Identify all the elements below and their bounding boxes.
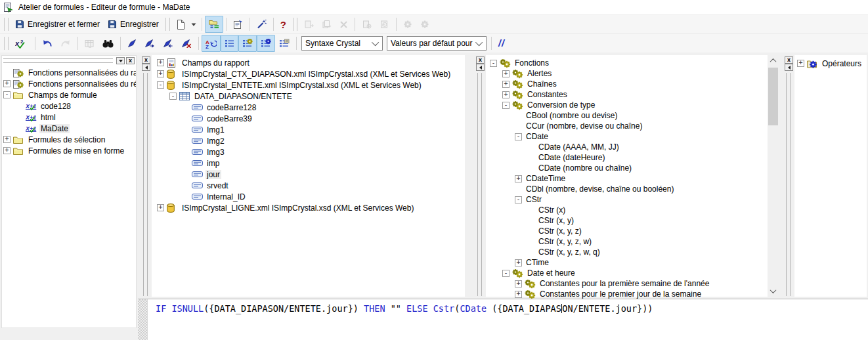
collapse-minus-toggle[interactable]: - xyxy=(157,81,164,89)
tree-item[interactable]: CStr (x, y, z, w) xyxy=(488,236,768,247)
tree-item[interactable]: CDate (dateHeure) xyxy=(488,152,768,163)
tree-item[interactable]: X+1code128 xyxy=(2,100,136,112)
expand-plus-toggle[interactable]: + xyxy=(502,70,510,77)
tree-item[interactable]: -Conversion de type xyxy=(488,100,768,110)
tree-item[interactable]: Fonctions personnalisées du rap xyxy=(2,67,136,78)
tree-item[interactable]: -Champs de formule xyxy=(2,89,136,100)
tree-item[interactable]: +Constantes xyxy=(488,89,768,100)
tree-item[interactable]: jour xyxy=(156,169,465,180)
fields-panel-close-button[interactable]: x xyxy=(142,56,150,64)
bookmark-prev-button[interactable] xyxy=(159,35,177,52)
check-syntax-button[interactable]: x2 xyxy=(11,35,32,52)
tree-item[interactable]: Img2 xyxy=(156,135,465,146)
tree-item[interactable]: +Constantes pour le premier jour de la s… xyxy=(488,289,768,299)
collapse-minus-toggle[interactable]: - xyxy=(490,60,497,67)
tree-item[interactable]: Img1 xyxy=(156,124,465,135)
tree-item[interactable]: +Formules de mise en forme xyxy=(2,145,136,156)
functions-panel-collapse-button[interactable] xyxy=(476,64,485,71)
tree-item[interactable]: +Formules de sélection xyxy=(2,134,136,145)
tree-item[interactable]: Img3 xyxy=(156,146,465,158)
tree-item[interactable]: -ISImpCrystal_ENTETE.xml ISImpCrystal.xs… xyxy=(156,79,465,91)
collapse-minus-toggle[interactable]: - xyxy=(169,93,177,100)
comment-button[interactable]: // xyxy=(494,35,509,52)
show-workshop-nav-button[interactable] xyxy=(275,35,293,52)
tree-item[interactable]: -CDate xyxy=(488,131,768,142)
tree-item[interactable]: -CStr xyxy=(488,194,768,205)
tree-item[interactable]: +CTime xyxy=(488,257,768,268)
expand-plus-toggle[interactable]: + xyxy=(515,259,522,266)
expand-plus-toggle[interactable]: + xyxy=(3,136,11,143)
tree-item[interactable]: +Alertes xyxy=(488,68,768,79)
expert-wizard-button[interactable] xyxy=(253,16,271,33)
tree-item[interactable]: +Champs du rapport xyxy=(156,57,465,68)
tree-item[interactable]: +Chaînes xyxy=(488,79,768,89)
save-button[interactable]: Enregistrer xyxy=(104,16,163,33)
collapse-minus-toggle[interactable]: - xyxy=(515,133,522,140)
tree-item[interactable]: Internal_ID xyxy=(156,191,465,202)
panel-menu-button[interactable] xyxy=(116,57,125,64)
expand-plus-toggle[interactable]: + xyxy=(515,175,522,182)
expand-plus-toggle[interactable]: + xyxy=(797,60,804,67)
tree-item[interactable]: CStr (x, y) xyxy=(488,215,768,226)
null-values-combo[interactable]: Valeurs par défaut pour les v xyxy=(387,36,487,51)
find-button[interactable] xyxy=(98,35,118,52)
tree-item[interactable]: +ISImpCrystal_LIGNE.xml ISImpCrystal.xsd… xyxy=(156,202,465,213)
tree-item[interactable]: CBool (nombre ou devise) xyxy=(488,110,768,121)
collapse-minus-toggle[interactable]: - xyxy=(502,102,510,109)
tree-item[interactable]: CDate (nombre ou chaîne) xyxy=(488,163,768,173)
operators-panel-close-button[interactable]: x xyxy=(785,56,793,64)
collapse-minus-toggle[interactable]: - xyxy=(502,270,510,277)
help-button[interactable]: ? xyxy=(276,16,290,33)
save-and-close-button[interactable]: Enregistrer et fermer xyxy=(11,16,104,33)
tree-item[interactable]: -DATA_DIAPASON/ENTETE xyxy=(156,91,465,102)
tree-item[interactable]: codeBarre128 xyxy=(156,102,465,113)
tree-item[interactable]: codeBarre39 xyxy=(156,113,465,124)
new-formula-dropdown[interactable] xyxy=(188,16,199,33)
toggle-workshop-tree-button[interactable] xyxy=(205,16,223,33)
bookmark-clear-button[interactable] xyxy=(177,35,196,52)
tree-item[interactable]: +Constantes pour la première semaine de … xyxy=(488,278,768,289)
tree-item[interactable]: CDbl (nombre, devise, chaîne ou booléen) xyxy=(488,184,768,194)
bookmark-next-button[interactable] xyxy=(141,35,159,52)
new-formula-button[interactable] xyxy=(173,16,188,33)
tree-item[interactable]: +Opérateurs xyxy=(796,58,867,69)
functions-scrollbar[interactable] xyxy=(768,55,779,297)
tree-item[interactable]: X+1html xyxy=(2,112,136,123)
show-operators-tree-button[interactable] xyxy=(257,35,275,52)
scrollbar-thumb[interactable] xyxy=(768,68,778,125)
tree-item[interactable]: CStr (x) xyxy=(488,205,768,215)
tree-item[interactable]: imp xyxy=(156,158,465,169)
show-fields-tree-button[interactable] xyxy=(221,35,238,52)
functions-panel-close-button[interactable]: x xyxy=(476,56,485,64)
tree-item[interactable]: +ISImpCrystal_CTX_DIAPASON.xml ISImpCrys… xyxy=(156,68,465,79)
collapse-minus-toggle[interactable]: - xyxy=(3,91,11,98)
properties-button[interactable] xyxy=(229,16,247,33)
tree-item[interactable]: CDate (AAAA, MM, JJ) xyxy=(488,142,768,152)
tree-item[interactable]: +Fonctions personnalisées du réf xyxy=(2,78,136,89)
panel-grip[interactable]: x xyxy=(2,56,136,66)
expand-plus-toggle[interactable]: + xyxy=(157,70,164,77)
collapse-minus-toggle[interactable]: - xyxy=(515,196,522,203)
expand-plus-toggle[interactable]: + xyxy=(502,81,510,88)
expand-plus-toggle[interactable]: + xyxy=(157,59,164,66)
operators-panel-collapse-button[interactable] xyxy=(785,64,793,71)
tree-item[interactable]: CCur (nombre, devise ou chaîne) xyxy=(488,121,768,131)
expand-plus-toggle[interactable]: + xyxy=(502,91,510,98)
tree-item[interactable]: CStr (x, y, z) xyxy=(488,226,768,236)
scroll-up-button[interactable] xyxy=(768,55,779,66)
tree-item[interactable]: CStr (x, y, z, w, q) xyxy=(488,247,768,257)
tree-item[interactable]: srvedt xyxy=(156,180,465,191)
show-functions-tree-button[interactable] xyxy=(238,35,257,52)
expand-plus-toggle[interactable]: + xyxy=(515,291,522,298)
editor-selection-margin[interactable] xyxy=(138,299,148,340)
scroll-down-button[interactable] xyxy=(768,286,779,297)
fields-panel-collapse-button[interactable] xyxy=(142,64,150,71)
syntax-combo[interactable]: Syntaxe Crystal xyxy=(301,36,383,51)
panel-close-button[interactable]: x xyxy=(126,57,135,64)
expand-plus-toggle[interactable]: + xyxy=(515,280,522,287)
tree-item[interactable]: -Date et heure xyxy=(488,268,768,278)
expand-plus-toggle[interactable]: + xyxy=(3,147,11,154)
tree-item[interactable]: +CDateTime xyxy=(488,173,768,184)
expand-plus-toggle[interactable]: + xyxy=(3,80,11,87)
formula-editor-text[interactable]: IF ISNULL({DATA_DIAPASON/ENTETE.jour}) T… xyxy=(148,299,653,340)
